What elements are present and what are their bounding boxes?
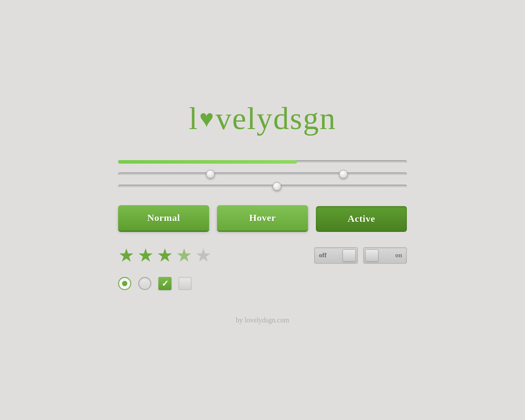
sliders-section xyxy=(118,159,407,189)
star-1[interactable]: ★ xyxy=(118,246,135,265)
progress-slider-row xyxy=(118,159,407,165)
range-track xyxy=(118,172,407,176)
range-thumb-right[interactable] xyxy=(339,170,348,178)
checkbox-unchecked[interactable] xyxy=(178,277,192,290)
radio-button-unchecked[interactable] xyxy=(138,277,151,290)
radio-button-checked[interactable] xyxy=(118,277,131,290)
single-slider-row xyxy=(118,183,407,189)
single-track xyxy=(118,185,407,188)
star-5[interactable]: ★ xyxy=(195,246,212,265)
footer: by lovelydsgn.com xyxy=(118,316,407,324)
footer-text: by lovelydsgn.com xyxy=(236,316,289,324)
normal-button[interactable]: Normal xyxy=(118,205,209,231)
logo-area: l♥velydsgn xyxy=(118,101,407,137)
controls-row: ★ ★ ★ ★ ★ off on xyxy=(118,246,407,265)
toggle-on[interactable]: on xyxy=(363,247,407,264)
hover-button[interactable]: Hover xyxy=(217,205,308,231)
toggle-on-thumb xyxy=(365,249,378,262)
logo-heart-icon: ♥ xyxy=(199,106,214,131)
progress-track xyxy=(118,160,407,164)
star-4[interactable]: ★ xyxy=(176,246,192,265)
toggle-off[interactable]: off xyxy=(314,247,358,264)
form-controls-row xyxy=(118,277,407,290)
star-2[interactable]: ★ xyxy=(137,246,154,265)
range-slider-row xyxy=(118,171,407,177)
range-thumb-left[interactable] xyxy=(206,170,215,178)
toggle-on-label: on xyxy=(395,252,402,259)
active-button[interactable]: Active xyxy=(316,206,407,231)
progress-fill xyxy=(118,160,297,164)
logo-text: l♥velydsgn xyxy=(189,101,336,137)
buttons-area: Normal Hover Active xyxy=(118,205,407,231)
stars-area: ★ ★ ★ ★ ★ xyxy=(118,246,212,265)
main-container: l♥velydsgn Normal Hover Active xyxy=(92,74,433,346)
toggle-off-thumb xyxy=(343,249,356,262)
checkbox-checked[interactable] xyxy=(158,277,172,290)
star-3[interactable]: ★ xyxy=(157,246,173,265)
toggles-area: off on xyxy=(314,247,407,264)
single-thumb[interactable] xyxy=(273,182,281,191)
toggle-off-label: off xyxy=(319,252,327,259)
